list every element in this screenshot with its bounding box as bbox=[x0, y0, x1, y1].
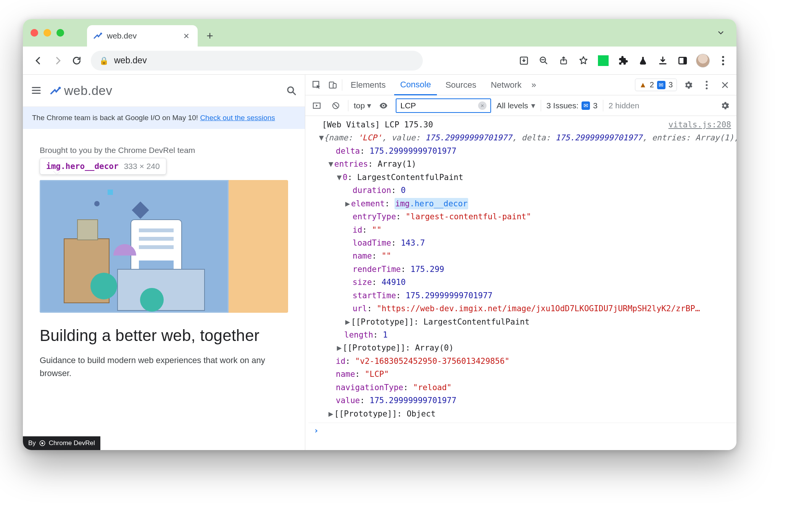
tooltip-dimensions: 333 × 240 bbox=[124, 162, 160, 171]
install-app-icon[interactable] bbox=[517, 54, 530, 67]
execution-context-selector[interactable]: top▾ bbox=[354, 101, 371, 110]
tab-elements[interactable]: Elements bbox=[345, 75, 392, 95]
svg-point-9 bbox=[58, 87, 61, 89]
tab-sources[interactable]: Sources bbox=[439, 75, 482, 95]
devtools-menu-icon[interactable] bbox=[700, 78, 714, 92]
devtools-settings-icon[interactable] bbox=[682, 78, 695, 92]
devtools-panel: Elements Console Sources Network » ▲2 ✉3 bbox=[305, 75, 736, 450]
inspect-element-icon[interactable] bbox=[310, 78, 324, 92]
page-title: Building a better web, together bbox=[40, 326, 288, 345]
source-link[interactable]: vitals.js:208 bbox=[669, 119, 731, 130]
tab-list-button[interactable] bbox=[717, 29, 725, 37]
downloads-icon[interactable] bbox=[656, 54, 669, 67]
site-header: web.dev bbox=[23, 75, 305, 107]
device-toolbar-icon[interactable] bbox=[326, 78, 340, 92]
log-line[interactable]: navigationType: "reload" bbox=[308, 381, 736, 394]
side-panel-icon[interactable] bbox=[676, 54, 689, 67]
hidden-messages[interactable]: 2 hidden bbox=[609, 101, 640, 110]
log-line[interactable]: length: 1 bbox=[308, 328, 736, 341]
svg-point-18 bbox=[706, 87, 707, 89]
zoom-out-icon[interactable] bbox=[537, 54, 550, 67]
issues-button[interactable]: 3 Issues: ✉ 3 bbox=[546, 101, 598, 110]
svg-point-6 bbox=[722, 56, 724, 58]
log-levels-selector[interactable]: All levels▾ bbox=[496, 101, 535, 110]
log-line[interactable]: renderTime: 175.299 bbox=[308, 263, 736, 276]
log-line[interactable]: ▶[[Prototype]]: Object bbox=[308, 407, 736, 420]
warning-icon: ▲ bbox=[639, 80, 647, 89]
console-toolbar: top▾ LCP × All levels▾ 3 Issues: ✉ 3 2 h… bbox=[305, 95, 736, 116]
browser-tab[interactable]: web.dev × bbox=[87, 25, 198, 47]
console-prompt[interactable]: › bbox=[308, 423, 736, 438]
hamburger-icon[interactable] bbox=[31, 85, 43, 97]
log-line[interactable]: ▼0: LargestContentfulPaint bbox=[308, 171, 736, 184]
clear-filter-icon[interactable]: × bbox=[478, 101, 487, 110]
log-line[interactable]: url: "https://web-dev.imgix.net/image/jx… bbox=[308, 302, 736, 315]
tab-close-icon[interactable]: × bbox=[184, 30, 189, 42]
console-filter-input[interactable]: LCP × bbox=[396, 98, 491, 113]
log-line[interactable]: name: "" bbox=[308, 249, 736, 262]
clear-console-icon[interactable] bbox=[329, 99, 343, 113]
forward-button[interactable] bbox=[49, 52, 66, 69]
share-icon[interactable] bbox=[557, 54, 570, 67]
log-line[interactable]: entryType: "largest-contentful-paint" bbox=[308, 210, 736, 223]
log-line[interactable]: ▶[[Prototype]]: Array(0) bbox=[308, 341, 736, 354]
announcement-banner: The Chrome team is back at Google I/O on… bbox=[23, 107, 305, 129]
message-icon: ✉ bbox=[657, 81, 665, 89]
devtools-close-icon[interactable] bbox=[718, 78, 732, 92]
browser-window: web.dev × + 🔒 web.dev bbox=[23, 19, 736, 450]
kebab-menu-icon[interactable] bbox=[717, 54, 730, 67]
toolbar-actions bbox=[517, 54, 730, 68]
browser-toolbar: 🔒 web.dev bbox=[23, 47, 736, 75]
devtools-tabstrip: Elements Console Sources Network » ▲2 ✉3 bbox=[305, 75, 736, 95]
close-window[interactable] bbox=[31, 29, 38, 37]
back-button[interactable] bbox=[30, 52, 47, 69]
tab-strip: web.dev × + bbox=[23, 19, 736, 47]
svg-point-8 bbox=[722, 63, 724, 65]
svg-rect-15 bbox=[333, 84, 336, 88]
search-icon[interactable] bbox=[286, 85, 297, 96]
new-tab-button[interactable]: + bbox=[201, 27, 218, 44]
warnings-errors-pill[interactable]: ▲2 ✉3 bbox=[635, 79, 677, 91]
log-line[interactable]: ▶element: img.hero__decor bbox=[308, 197, 736, 210]
badge-text: Chrome DevRel bbox=[49, 439, 95, 447]
address-bar[interactable]: 🔒 web.dev bbox=[91, 51, 423, 71]
svg-point-0 bbox=[100, 33, 102, 35]
extensions-icon[interactable] bbox=[617, 54, 630, 67]
hero-illustration bbox=[40, 180, 229, 313]
zoom-window[interactable] bbox=[56, 29, 64, 37]
webpage-viewport: web.dev The Chrome team is back at Googl… bbox=[23, 75, 305, 450]
console-output: [Web Vitals] LCP 175.30 vitals.js:208 ▼{… bbox=[305, 116, 736, 450]
more-tabs-icon[interactable]: » bbox=[532, 80, 536, 90]
site-brand[interactable]: web.dev bbox=[50, 84, 112, 98]
toggle-sidebar-icon[interactable] bbox=[310, 99, 324, 113]
prompt-caret-icon: › bbox=[314, 425, 319, 437]
log-line[interactable]: id: "" bbox=[308, 224, 736, 236]
log-line[interactable]: ▼{name: 'LCP', value: 175.29999999701977… bbox=[308, 131, 736, 144]
svg-point-21 bbox=[383, 105, 384, 106]
tab-console[interactable]: Console bbox=[394, 75, 437, 95]
console-settings-icon[interactable] bbox=[718, 99, 732, 113]
log-line[interactable]: ▼entries: Array(1) bbox=[308, 158, 736, 170]
svg-point-7 bbox=[722, 59, 724, 61]
log-line[interactable]: ▶[[Prototype]]: LargestContentfulPaint bbox=[308, 315, 736, 328]
extension-green[interactable] bbox=[597, 54, 610, 67]
log-line[interactable]: id: "v2-1683052452950-3756013429856" bbox=[308, 355, 736, 368]
log-line[interactable]: name: "LCP" bbox=[308, 368, 736, 381]
tab-network[interactable]: Network bbox=[485, 75, 528, 95]
log-line[interactable]: size: 44910 bbox=[308, 276, 736, 289]
log-line[interactable]: delta: 175.29999999701977 bbox=[308, 145, 736, 158]
bookmark-star-icon[interactable] bbox=[577, 54, 590, 67]
log-line[interactable]: startTime: 175.29999999701977 bbox=[308, 289, 736, 302]
log-line: [Web Vitals] LCP 175.30 vitals.js:208 bbox=[308, 118, 736, 131]
profile-avatar[interactable] bbox=[696, 54, 710, 68]
svg-point-16 bbox=[706, 80, 707, 82]
reload-button[interactable] bbox=[68, 52, 85, 69]
live-expression-icon[interactable] bbox=[377, 99, 390, 113]
hero-caption: Brought to you by the Chrome DevRel team bbox=[40, 146, 288, 155]
labs-icon[interactable] bbox=[636, 54, 649, 67]
log-line[interactable]: loadTime: 143.7 bbox=[308, 236, 736, 249]
banner-link[interactable]: Check out the sessions bbox=[200, 114, 275, 122]
log-line[interactable]: value: 175.29999999701977 bbox=[308, 394, 736, 407]
minimize-window[interactable] bbox=[44, 29, 51, 37]
log-line[interactable]: duration: 0 bbox=[308, 184, 736, 197]
